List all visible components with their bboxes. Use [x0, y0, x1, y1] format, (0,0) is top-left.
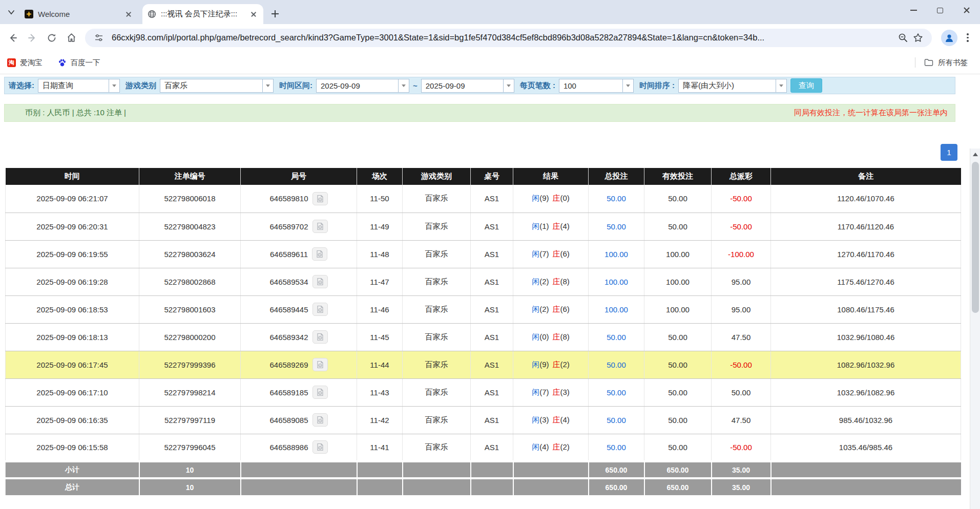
remark-cell: 1080.46/1175.46: [771, 295, 961, 323]
bookmark-baidu[interactable]: 百度一下: [58, 58, 100, 68]
search-button[interactable]: 查询: [790, 78, 822, 93]
vertical-scrollbar[interactable]: [970, 149, 980, 509]
video-replay-button[interactable]: [312, 386, 328, 399]
round-id-cell: 646589534: [241, 268, 357, 295]
video-replay-button[interactable]: [312, 303, 328, 316]
total-bet-cell[interactable]: 50.00: [589, 434, 644, 461]
menu-kebab-icon[interactable]: [962, 30, 974, 46]
video-replay-button[interactable]: [312, 358, 328, 371]
close-tab-icon[interactable]: [124, 10, 133, 19]
result-cell: 闲(0)庄(8): [513, 323, 589, 351]
address-bar[interactable]: 66cxkj98.com/ipl/portal.php/game/betreco…: [85, 29, 932, 47]
bookmark-star-icon[interactable]: [910, 30, 926, 46]
pagination-page-1[interactable]: 1: [941, 144, 957, 161]
payout-cell: -50.00: [712, 213, 771, 240]
chevron-down-icon[interactable]: [109, 79, 119, 92]
total-bet-cell[interactable]: 100.00: [589, 268, 644, 295]
total-bet-cell[interactable]: 50.00: [589, 406, 644, 434]
player-label: 闲: [532, 277, 539, 286]
valid-bet-cell: 100.00: [644, 295, 712, 323]
tab-welcome[interactable]: Welcome: [19, 4, 138, 24]
close-tab-icon[interactable]: [249, 10, 258, 19]
all-bookmarks[interactable]: 所有书签: [915, 57, 968, 68]
total-bet-cell[interactable]: 100.00: [589, 295, 644, 323]
video-replay-button[interactable]: [312, 247, 327, 261]
new-tab-button[interactable]: [268, 7, 282, 20]
round-id: 646589269: [269, 360, 308, 369]
total-bet-cell[interactable]: 50.00: [589, 213, 644, 240]
video-replay-button[interactable]: [312, 413, 328, 427]
session-cell: 11-44: [357, 351, 403, 378]
reload-button[interactable]: [42, 28, 61, 48]
round-id: 646589342: [269, 333, 308, 342]
remark-cell: 1035.46/985.46: [771, 434, 961, 461]
chevron-down-icon[interactable]: [503, 79, 514, 92]
video-replay-button[interactable]: [312, 220, 328, 233]
chevron-down-icon[interactable]: [776, 79, 786, 92]
round-id-cell: 646589342: [241, 323, 357, 351]
payout-cell: 50.00: [712, 378, 771, 406]
bookmark-aitaobao[interactable]: 淘 爱淘宝: [7, 58, 43, 68]
result-cell: 闲(9)庄(2): [513, 351, 589, 378]
summary-label-cell: 总计: [6, 478, 139, 495]
column-header-5: 桌号: [471, 168, 513, 185]
page-size-select[interactable]: 100: [559, 79, 634, 93]
player-label: 闲: [532, 194, 539, 202]
tilde-separator: ~: [413, 81, 418, 90]
chevron-down-icon[interactable]: [622, 79, 633, 92]
table-no-cell: AS1: [471, 213, 513, 240]
scroll-up-arrow-icon[interactable]: [970, 149, 980, 160]
chevron-down-icon[interactable]: [398, 79, 409, 92]
sort-order-select[interactable]: 降幂(由大到小): [678, 79, 787, 93]
url-text[interactable]: 66cxkj98.com/ipl/portal.php/game/betreco…: [112, 33, 895, 43]
tab-search-button[interactable]: [4, 5, 18, 19]
valid-bet-cell: 50.00: [644, 434, 712, 461]
bet-id-cell: 522797998214: [139, 378, 241, 406]
column-header-10: 备注: [771, 168, 961, 185]
zoom-icon[interactable]: [895, 30, 910, 46]
total-bet-cell[interactable]: 50.00: [589, 185, 644, 213]
profile-avatar[interactable]: [941, 30, 957, 46]
bet-id-cell: 522798002868: [139, 268, 241, 295]
valid-bet-cell: 100.00: [644, 240, 712, 268]
total-bet-cell[interactable]: 50.00: [589, 323, 644, 351]
column-header-9: 总派彩: [712, 168, 771, 185]
remark-cell: 1032.96/1082.96: [771, 378, 961, 406]
site-settings-icon[interactable]: [91, 30, 107, 46]
round-id: 646589085: [269, 416, 308, 425]
scrollbar-thumb[interactable]: [972, 162, 979, 313]
video-replay-button[interactable]: [312, 440, 328, 454]
video-replay-button[interactable]: [312, 330, 328, 344]
forward-button[interactable]: [23, 28, 42, 48]
player-score: (2): [539, 305, 549, 313]
total-bet-cell[interactable]: 100.00: [589, 240, 644, 268]
total-bet-cell[interactable]: 50.00: [589, 351, 644, 378]
close-window-button[interactable]: [953, 0, 980, 20]
video-replay-button[interactable]: [312, 192, 328, 205]
total-bet-cell[interactable]: 50.00: [589, 378, 644, 406]
column-header-6: 结果: [513, 168, 589, 185]
result-cell: 闲(7)庄(3): [513, 378, 589, 406]
date-to-select[interactable]: 2025-09-09: [421, 79, 514, 93]
game-type-select[interactable]: 百家乐: [160, 79, 274, 93]
page-size-value: 100: [559, 79, 622, 92]
query-type-select[interactable]: 日期查询: [38, 79, 120, 93]
page-size-label: 每页笔数 :: [520, 81, 555, 91]
game-type-cell: 百家乐: [403, 240, 471, 268]
chevron-down-icon[interactable]: [262, 79, 273, 92]
back-button[interactable]: [3, 28, 23, 48]
home-button[interactable]: [61, 28, 81, 48]
video-replay-button[interactable]: [312, 275, 328, 288]
date-from-select[interactable]: 2025-09-09: [316, 79, 409, 93]
banker-score: (2): [560, 360, 570, 369]
payout-cell: -50.00: [712, 434, 771, 461]
banker-label: 庄: [553, 360, 560, 369]
session-cell: 11-42: [357, 406, 403, 434]
tab-bet-record[interactable]: :::视讯 会员下注纪录:::: [142, 4, 263, 24]
round-id: 646589702: [269, 222, 308, 231]
maximize-button[interactable]: [927, 0, 953, 20]
minimize-button[interactable]: [900, 0, 927, 20]
valid-bet-cell: 50.00: [644, 185, 712, 213]
player-label: 闲: [532, 222, 539, 230]
summary-payout-cell: 35.00: [712, 478, 771, 495]
